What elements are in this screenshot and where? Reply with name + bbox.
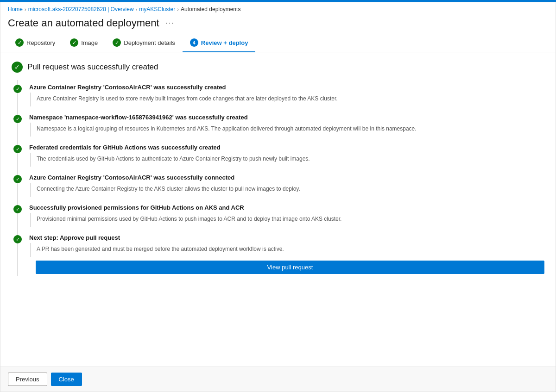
timeline-item-header-5: Next step: Approve pull request — [29, 234, 544, 241]
timeline-check-icon-2 — [13, 145, 22, 153]
tab-repository-label: Repository — [26, 39, 55, 46]
tab-deployment-details[interactable]: Deployment details — [105, 35, 183, 52]
footer-bar: Previous Close — [0, 367, 556, 392]
tab-image[interactable]: Image — [63, 35, 105, 52]
tab-deployment-check-icon — [113, 38, 121, 47]
more-options-button[interactable]: ··· — [163, 18, 177, 28]
list-item: Successfully provisioned permissions for… — [18, 200, 544, 229]
tab-review-deploy[interactable]: Review + deploy — [183, 35, 256, 52]
timeline-item-desc-1: Namespace is a logical grouping of resou… — [30, 123, 544, 137]
close-button[interactable]: Close — [51, 373, 82, 386]
timeline-item-title-4: Successfully provisioned permissions for… — [29, 204, 244, 211]
breadcrumb-sep-1: › — [25, 6, 26, 12]
timeline-item-title-2: Federated credentials for GitHub Actions… — [29, 144, 221, 151]
breadcrumb: Home › microsoft.aks-20220725082628 | Ov… — [0, 2, 556, 14]
list-item: Namespace 'namespace-workflow-1658763941… — [18, 110, 544, 138]
tab-review-label: Review + deploy — [201, 39, 248, 46]
timeline-item-desc-5: A PR has been generated and must be merg… — [30, 243, 544, 257]
previous-button[interactable]: Previous — [8, 373, 47, 386]
content-area: Pull request was successfully created Az… — [0, 52, 556, 367]
timeline-check-icon-0 — [13, 85, 22, 93]
main-status-text: Pull request was successfully created — [27, 62, 158, 72]
page-header: Create an automated deployment ··· — [0, 14, 556, 35]
main-container: Home › microsoft.aks-20220725082628 | Ov… — [0, 2, 556, 392]
breadcrumb-cluster[interactable]: myAKSCluster — [139, 6, 175, 12]
timeline-item-header-3: Azure Container Registry 'ContosoAirACR'… — [29, 174, 544, 181]
list-item: Federated credentials for GitHub Actions… — [18, 140, 544, 168]
timeline: Azure Container Registry 'ContosoAirACR'… — [17, 80, 544, 276]
timeline-item-title-0: Azure Container Registry 'ContosoAirACR'… — [29, 84, 226, 91]
breadcrumb-sep-3: › — [177, 6, 179, 12]
timeline-item-desc-4: Provisioned minimal permissions used by … — [30, 213, 544, 227]
timeline-item-header-4: Successfully provisioned permissions for… — [29, 204, 544, 211]
list-item: Next step: Approve pull request A PR has… — [18, 230, 544, 276]
timeline-item-desc-0: Azure Container Registry is used to stor… — [30, 93, 544, 106]
tab-deployment-label: Deployment details — [124, 39, 175, 46]
timeline-item-title-1: Namespace 'namespace-workflow-1658763941… — [29, 114, 248, 121]
tab-repository[interactable]: Repository — [8, 35, 63, 52]
tab-repository-check-icon — [15, 38, 24, 47]
main-status: Pull request was successfully created — [12, 62, 544, 73]
tab-image-label: Image — [81, 39, 98, 46]
page-title: Create an automated deployment — [8, 17, 159, 29]
tab-image-check-icon — [70, 38, 78, 47]
timeline-item-header-2: Federated credentials for GitHub Actions… — [29, 144, 544, 151]
timeline-check-icon-1 — [13, 115, 22, 123]
timeline-item-header-0: Azure Container Registry 'ContosoAirACR'… — [29, 84, 544, 91]
breadcrumb-current: Automated deployments — [181, 6, 240, 12]
breadcrumb-sep-2: › — [136, 6, 138, 12]
main-status-check-icon — [12, 62, 23, 73]
timeline-item-title-3: Azure Container Registry 'ContosoAirACR'… — [29, 174, 234, 181]
timeline-item-desc-3: Connecting the Azure Container Registry … — [30, 183, 544, 197]
list-item: Azure Container Registry 'ContosoAirACR'… — [18, 80, 544, 108]
timeline-check-icon-5 — [13, 235, 22, 243]
timeline-check-icon-4 — [13, 205, 22, 213]
timeline-check-icon-3 — [13, 175, 22, 183]
breadcrumb-home[interactable]: Home — [8, 6, 23, 12]
breadcrumb-aks[interactable]: microsoft.aks-20220725082628 | Overview — [28, 6, 134, 12]
wizard-tabs: Repository Image Deployment details Revi… — [0, 35, 556, 52]
list-item: Azure Container Registry 'ContosoAirACR'… — [18, 170, 544, 199]
tab-review-active-icon — [190, 38, 198, 47]
view-pull-request-button[interactable]: View pull request — [36, 261, 544, 274]
timeline-item-desc-2: The credentials used by GitHub Actions t… — [30, 153, 544, 167]
timeline-item-header-1: Namespace 'namespace-workflow-1658763941… — [29, 114, 544, 121]
timeline-item-title-5: Next step: Approve pull request — [29, 234, 120, 241]
